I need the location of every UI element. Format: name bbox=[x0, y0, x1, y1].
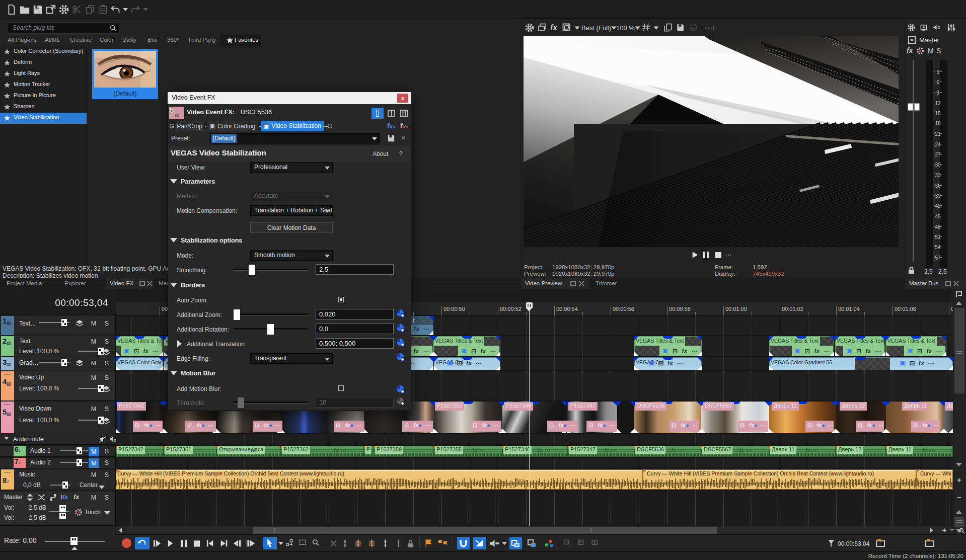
svg-text:60: 60 bbox=[692, 26, 695, 29]
svg-text:s: s bbox=[114, 438, 116, 443]
